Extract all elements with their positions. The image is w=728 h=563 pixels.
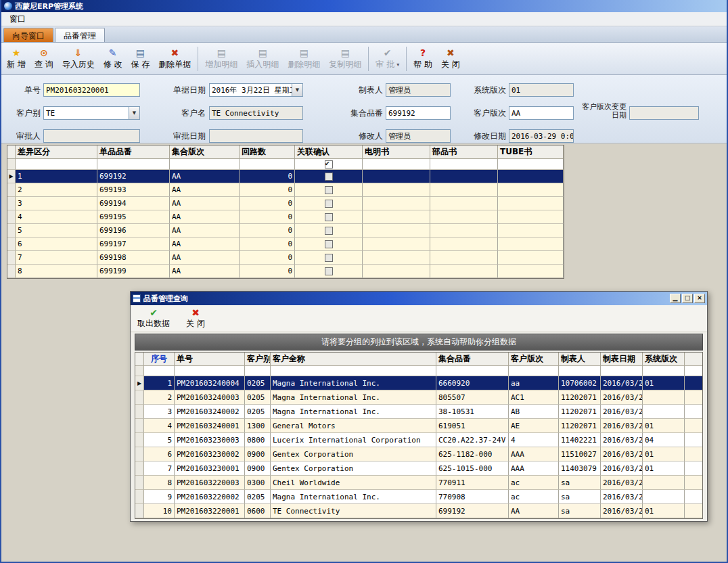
customer-version-field[interactable]: AA bbox=[509, 106, 574, 120]
dialog-close-toolbar-button[interactable]: ✖关 闭 bbox=[178, 306, 213, 331]
column-header[interactable]: 序号 bbox=[144, 353, 175, 366]
filter-cell[interactable] bbox=[509, 366, 559, 376]
confirm-checkbox[interactable] bbox=[325, 213, 333, 221]
table-row[interactable]: 7699198AA0 bbox=[7, 251, 564, 265]
table-row[interactable]: 6699197AA0 bbox=[7, 238, 564, 251]
filter-cell[interactable] bbox=[170, 159, 240, 170]
filter-cell[interactable] bbox=[16, 159, 97, 170]
dialog-close-button[interactable]: × bbox=[694, 294, 705, 303]
help-button[interactable]: ?帮 助 bbox=[409, 44, 436, 74]
filter-cell[interactable] bbox=[295, 159, 363, 170]
toolbar-separator bbox=[406, 47, 407, 71]
confirm-checkbox[interactable] bbox=[325, 200, 333, 208]
column-header[interactable]: 制表日期 bbox=[601, 353, 643, 366]
new-button[interactable]: ★新 增 bbox=[3, 44, 30, 74]
titlebar[interactable]: 西蒙尼ERP管理系统 bbox=[1, 0, 727, 12]
confirm-checkbox[interactable] bbox=[325, 254, 333, 262]
column-header[interactable]: 回路数 bbox=[240, 145, 295, 159]
cell: 2 bbox=[16, 183, 97, 197]
table-row[interactable]: 4699195AA0 bbox=[7, 210, 564, 224]
filter-cell[interactable] bbox=[430, 159, 498, 170]
filter-cell[interactable] bbox=[436, 366, 509, 376]
filter-cell[interactable] bbox=[271, 366, 436, 376]
table-row[interactable]: 10PM2016032200010600TE Connectivity69919… bbox=[135, 504, 702, 518]
filter-cell[interactable] bbox=[240, 159, 295, 170]
customer-type-field-dropdown-icon[interactable] bbox=[129, 107, 139, 119]
filter-cell[interactable] bbox=[643, 366, 685, 376]
filter-cell[interactable] bbox=[498, 159, 564, 170]
customer-type-field[interactable]: TE bbox=[43, 106, 140, 120]
table-row[interactable]: 3PM2016032400020205Magna International I… bbox=[135, 405, 702, 419]
filter-checkbox[interactable] bbox=[325, 160, 333, 168]
filter-cell[interactable] bbox=[175, 366, 245, 376]
cell: AC1 bbox=[509, 390, 559, 405]
column-header[interactable]: 差异区分 bbox=[16, 145, 97, 159]
cell: 699197 bbox=[97, 238, 170, 251]
column-header[interactable]: 客户别 bbox=[245, 353, 271, 366]
modify-button[interactable]: ✎修 改 bbox=[99, 44, 127, 74]
column-header[interactable]: 系统版次 bbox=[643, 353, 685, 366]
table-row[interactable]: 7PM2016032300010900Gentex Corporation625… bbox=[135, 461, 702, 476]
table-row[interactable]: 4PM2016032400011300General Motors619051A… bbox=[135, 419, 702, 433]
dropdown-caret-icon[interactable]: ▾ bbox=[396, 62, 399, 68]
dialog-minimize-button[interactable]: ▁ bbox=[670, 294, 681, 303]
column-header[interactable]: 电明书 bbox=[363, 145, 430, 159]
filter-cell[interactable] bbox=[245, 366, 271, 376]
filter-cell[interactable] bbox=[97, 159, 170, 170]
cell: 699194 bbox=[97, 197, 170, 210]
cell: 2016/03/22 bbox=[601, 476, 643, 490]
table-row[interactable]: 9PM2016032200020205Magna International I… bbox=[135, 490, 702, 504]
filter-cell[interactable] bbox=[559, 366, 601, 376]
cell: 38-10531 bbox=[436, 405, 509, 419]
column-header[interactable]: 客户版次 bbox=[509, 353, 559, 366]
column-header[interactable]: 部品书 bbox=[430, 145, 498, 159]
column-header[interactable]: 关联确认 bbox=[295, 145, 363, 159]
exit-button[interactable]: ✖关 闭 bbox=[437, 44, 464, 74]
confirm-checkbox[interactable] bbox=[325, 173, 333, 181]
table-row[interactable]: ▶1699192AA0 bbox=[7, 170, 564, 183]
table-row[interactable]: 2699193AA0 bbox=[7, 183, 564, 197]
column-header[interactable]: 客户全称 bbox=[271, 353, 436, 366]
table-row[interactable]: 5699196AA0 bbox=[7, 224, 564, 238]
filter-cell[interactable] bbox=[601, 366, 643, 376]
confirm-checkbox[interactable] bbox=[325, 227, 333, 235]
doc-date-field[interactable]: 2016年 3月22日 星期二 bbox=[209, 83, 303, 97]
confirm-checkbox[interactable] bbox=[325, 267, 333, 275]
cell bbox=[643, 476, 685, 490]
menu-window[interactable]: 窗口 bbox=[3, 12, 32, 26]
confirm-checkbox[interactable] bbox=[325, 186, 333, 194]
column-header[interactable]: 单品品番 bbox=[97, 145, 170, 159]
table-row[interactable]: 8PM2016032200030300Cheil Worldwide770911… bbox=[135, 476, 702, 490]
cell: sa bbox=[559, 490, 601, 504]
tab-part-management[interactable]: 品番管理 bbox=[55, 28, 105, 42]
query-button[interactable]: ⊙查 询 bbox=[30, 44, 58, 74]
tab-wizard-window[interactable]: 向导窗口 bbox=[3, 28, 53, 42]
confirm-checkbox[interactable] bbox=[325, 240, 333, 248]
column-header[interactable]: 单号 bbox=[175, 353, 245, 366]
table-row[interactable]: 8699199AA0 bbox=[7, 265, 564, 278]
fetch-data-button[interactable]: ✔取出数据 bbox=[133, 306, 174, 331]
filter-cell[interactable] bbox=[144, 366, 175, 376]
column-header[interactable]: 集合品番 bbox=[436, 353, 509, 366]
table-row[interactable]: 3699194AA0 bbox=[7, 197, 564, 210]
save-button[interactable]: ▤保 存 bbox=[127, 44, 154, 74]
customer-version-field-value: AA bbox=[509, 109, 573, 118]
table-row[interactable]: 6PM2016032300020900Gentex Corporation625… bbox=[135, 447, 702, 461]
order-no-field[interactable]: PM201603220001 bbox=[43, 83, 140, 97]
cell: Magna International Inc. bbox=[271, 490, 436, 504]
table-row[interactable]: 5PM2016032300030800Lucerix International… bbox=[135, 433, 702, 447]
table-row[interactable]: 2PM2016032400030205Magna International I… bbox=[135, 390, 702, 405]
import-history-button[interactable]: ⇓导入历史 bbox=[58, 44, 99, 74]
delete-doc-button[interactable]: ✖删除单据 bbox=[154, 44, 195, 74]
column-header[interactable]: 制表人 bbox=[559, 353, 601, 366]
cell: AAA bbox=[509, 461, 559, 476]
dialog-titlebar[interactable]: 品番管理查询 ▁□× bbox=[131, 292, 707, 305]
filter-cell[interactable] bbox=[363, 159, 430, 170]
collection-part-field[interactable]: 699192 bbox=[386, 106, 451, 120]
column-header[interactable]: TUBE书 bbox=[498, 145, 564, 159]
modifier-field: 管理员 bbox=[386, 129, 451, 143]
dialog-maximize-button[interactable]: □ bbox=[682, 294, 693, 303]
table-row[interactable]: ▶1PM2016032400040205Magna International … bbox=[135, 376, 702, 390]
column-header[interactable]: 集合版次 bbox=[170, 145, 240, 159]
doc-date-field-dropdown-icon[interactable] bbox=[292, 84, 302, 96]
